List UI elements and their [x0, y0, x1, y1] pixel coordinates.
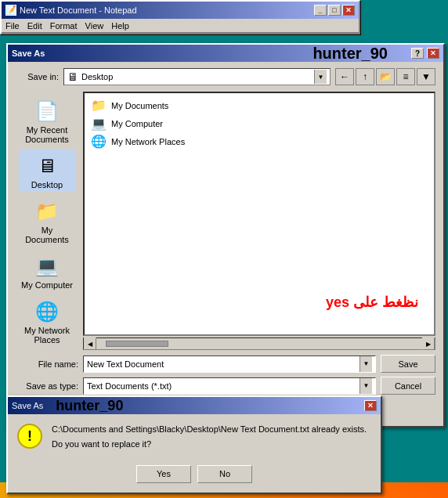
sidebar-item-documents[interactable]: 📁 My Documents	[19, 195, 75, 247]
scrollbar-thumb[interactable]	[106, 341, 168, 347]
save-button[interactable]: Save	[381, 355, 435, 373]
saveas-body: Save in: 🖥 Desktop ▼ ← ↑ 📂 ≡ ▼ 📄 My Rece…	[8, 62, 443, 426]
confirm-dialog: Save As hunter_90 ✕ ! C:\Documents and S…	[6, 395, 382, 494]
new-folder-button[interactable]: 📂	[376, 68, 395, 85]
file-list: 📁 My Documents 💻 My Computer 🌐 My Networ…	[83, 92, 435, 336]
scroll-left-button[interactable]: ◀	[84, 337, 96, 350]
confirm-title: Save As	[12, 401, 43, 410]
sidebar-label-desktop: Desktop	[31, 180, 63, 189]
confirm-close-button[interactable]: ✕	[364, 400, 377, 411]
saveas-titlebar: Save As hunter_90 ? ✕	[8, 45, 443, 62]
arabic-annotation: نظغط على yes	[326, 294, 418, 311]
no-button[interactable]: No	[197, 465, 252, 483]
filename-input[interactable]: New Text Document ▼	[83, 355, 376, 373]
notepad-win-controls: _ □ ✕	[314, 5, 355, 16]
sidebar-label-computer: My Computer	[21, 280, 73, 290]
sidebar-label-network: My Network Places	[20, 326, 74, 345]
content-area: 📄 My Recent Documents 🖥 Desktop 📁 My Doc…	[16, 92, 435, 350]
sidebar-item-desktop[interactable]: 🖥 Desktop	[19, 150, 75, 192]
view-button[interactable]: ≡	[396, 68, 415, 85]
savein-label: Save in:	[16, 72, 59, 81]
sidebar-label-documents: My Documents	[20, 226, 74, 244]
documents-icon: 📁	[33, 197, 61, 226]
file-item-documents: My Documents	[111, 101, 168, 110]
menu-help[interactable]: Help	[111, 21, 129, 31]
savetype-label: Save as type:	[16, 381, 78, 391]
sidebar-label-recent: My Recent Documents	[20, 125, 74, 144]
my-documents-icon: 📁	[91, 98, 107, 113]
computer-icon: 💻	[33, 252, 61, 280]
savetype-combo[interactable]: Text Documents (*.txt) ▼	[83, 377, 376, 395]
scrollbar-track	[98, 341, 421, 347]
notepad-title: New Text Document - Notepad	[20, 5, 137, 15]
filename-dropdown-arrow[interactable]: ▼	[359, 356, 372, 372]
toolbar-buttons: ← ↑ 📂 ≡ ▼	[335, 68, 435, 85]
filename-label: File name:	[16, 359, 78, 369]
scroll-right-button[interactable]: ▶	[422, 337, 435, 350]
confirm-message-line1: C:\Documents and Settings\Blacky\Desktop…	[52, 424, 371, 435]
savein-combo[interactable]: 🖥 Desktop ▼	[63, 68, 331, 85]
saveas-dialog: Save As hunter_90 ? ✕ Save in: 🖥 Desktop…	[6, 43, 445, 428]
toolbar-more-button[interactable]: ▼	[417, 68, 435, 85]
savetype-dropdown-arrow[interactable]: ▼	[359, 378, 372, 394]
cancel-button[interactable]: Cancel	[381, 377, 435, 395]
savein-dropdown-arrow[interactable]: ▼	[314, 70, 327, 84]
menu-format[interactable]: Format	[50, 21, 78, 31]
notepad-minimize-button[interactable]: _	[314, 5, 327, 16]
confirm-message: C:\Documents and Settings\Blacky\Desktop…	[52, 424, 371, 451]
up-folder-button[interactable]: ↑	[356, 68, 374, 85]
back-button[interactable]: ←	[335, 68, 354, 85]
notepad-menu: File Edit Format View Help	[2, 19, 359, 33]
filename-row: File name: New Text Document ▼ Save	[16, 355, 435, 373]
confirm-hunter-label: hunter_90	[56, 398, 123, 414]
menu-edit[interactable]: Edit	[27, 21, 42, 31]
confirm-buttons: Yes No	[8, 460, 381, 493]
menu-file[interactable]: File	[5, 21, 20, 31]
yes-button[interactable]: Yes	[136, 465, 191, 483]
list-item[interactable]: 📁 My Documents	[88, 96, 431, 114]
savein-row: Save in: 🖥 Desktop ▼ ← ↑ 📂 ≡ ▼	[16, 68, 435, 85]
list-item[interactable]: 💻 My Computer	[88, 114, 431, 132]
recent-docs-icon: 📄	[33, 97, 61, 125]
savein-value: Desktop	[81, 72, 311, 81]
network-icon: 🌐	[33, 298, 61, 326]
saveas-help-button[interactable]: ?	[411, 48, 424, 59]
savetype-value: Text Documents (*.txt)	[87, 381, 359, 391]
sidebar: 📄 My Recent Documents 🖥 Desktop 📁 My Doc…	[16, 92, 78, 350]
confirm-message-line2: Do you want to replace it?	[52, 438, 371, 450]
confirm-body: ! C:\Documents and Settings\Blacky\Deskt…	[8, 414, 381, 460]
my-computer-icon: 💻	[91, 116, 107, 131]
file-item-network: My Network Places	[111, 137, 185, 146]
saveas-title: Save As	[12, 49, 45, 58]
horizontal-scrollbar[interactable]: ◀ ▶	[83, 337, 435, 350]
hunter-label: hunter_90	[313, 45, 411, 63]
notepad-maximize-button[interactable]: □	[328, 5, 341, 16]
notepad-window: 📝 New Text Document - Notepad _ □ ✕ File…	[0, 0, 360, 34]
notepad-icon: 📝	[5, 5, 16, 16]
notepad-titlebar: 📝 New Text Document - Notepad _ □ ✕	[2, 2, 359, 19]
filename-value: New Text Document	[87, 359, 359, 369]
list-item[interactable]: 🌐 My Network Places	[88, 132, 431, 150]
sidebar-item-network[interactable]: 🌐 My Network Places	[19, 295, 75, 347]
saveas-close-button[interactable]: ✕	[427, 48, 439, 59]
warning-icon: !	[17, 424, 42, 449]
file-area: 📁 My Documents 💻 My Computer 🌐 My Networ…	[83, 92, 435, 350]
sidebar-item-computer[interactable]: 💻 My Computer	[19, 250, 75, 292]
sidebar-item-recent[interactable]: 📄 My Recent Documents	[19, 95, 75, 146]
desktop-icon: 🖥	[67, 70, 78, 83]
savetype-row: Save as type: Text Documents (*.txt) ▼ C…	[16, 377, 435, 395]
my-network-icon: 🌐	[91, 134, 107, 149]
notepad-close-button[interactable]: ✕	[342, 5, 355, 16]
file-item-computer: My Computer	[111, 119, 163, 128]
menu-view[interactable]: View	[85, 21, 104, 31]
desktop-sidebar-icon: 🖥	[33, 152, 61, 180]
confirm-titlebar: Save As hunter_90 ✕	[8, 397, 381, 414]
